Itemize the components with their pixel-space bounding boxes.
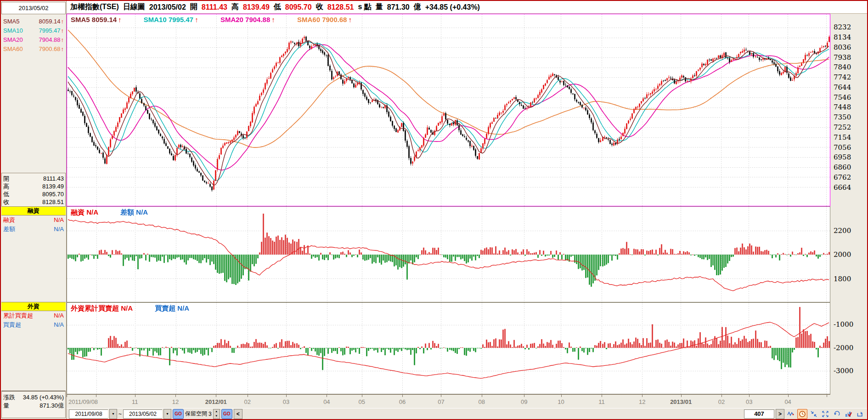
x-axis-label: 03 bbox=[746, 398, 752, 405]
x-axis-tick bbox=[642, 395, 643, 397]
x-axis-label: 12 bbox=[172, 398, 179, 405]
sidebar-sma60-row: SMA60 7900.68↑ bbox=[3, 45, 64, 53]
clock-icon[interactable] bbox=[797, 409, 807, 419]
y-axis-label: 7742 bbox=[834, 74, 851, 81]
undo-icon[interactable] bbox=[832, 409, 842, 419]
main-price-canvas[interactable] bbox=[67, 14, 830, 206]
left-sidebar: 2013/05/02 SMA5 8059.14↑ SMA10 7995.47↑ … bbox=[1, 1, 67, 419]
loop-icon[interactable] bbox=[855, 409, 865, 419]
sma20-value: 7904.88 bbox=[39, 36, 61, 43]
foreign-legend: 外資累計買賣超 N/A 買賣超 N/A bbox=[71, 304, 209, 313]
chart-mode-label: 日線圖 bbox=[123, 2, 145, 12]
margin-legend: 融資 N/A 差額 N/A bbox=[71, 208, 168, 217]
margin-diff-label: 差額 bbox=[3, 225, 15, 233]
x-axis-label: 02 bbox=[718, 398, 725, 405]
close-label: 收 bbox=[316, 2, 323, 12]
indicator-wave-icon[interactable] bbox=[786, 409, 796, 419]
bar-count-input[interactable] bbox=[744, 409, 774, 419]
y-axis-label: 6860 bbox=[834, 164, 851, 171]
foreign-section-header: 外資 bbox=[1, 302, 66, 311]
app-window: 加權指數(TSE) 日線圖 2013/05/02 開 8111.43 高 813… bbox=[0, 0, 868, 420]
y-axis-label: 7938 bbox=[834, 54, 851, 61]
change-value: 34.85 (+0.43%) bbox=[23, 393, 64, 402]
sidebar-open-row: 開 8111.43 bbox=[3, 175, 64, 183]
sidebar-date-display: 2013/05/02 bbox=[1, 2, 66, 14]
low-value: 8095.70 bbox=[285, 3, 312, 11]
sidebar-foreign-cum-row: 累計買賣超 N/A bbox=[3, 312, 64, 320]
up-arrow-icon: ↑ bbox=[61, 45, 64, 52]
x-axis-tick bbox=[135, 395, 135, 397]
x-axis-tick bbox=[561, 395, 562, 397]
x-axis-label: 04 bbox=[784, 398, 791, 405]
open-label: 開 bbox=[190, 2, 197, 12]
instrument-title: 加權指數(TSE) bbox=[70, 2, 119, 12]
sidebar-volume-row: 量 871.30億 bbox=[3, 402, 64, 410]
low-value: 8095.70 bbox=[42, 190, 64, 199]
volume-label: 量 bbox=[376, 2, 383, 12]
status-bar: 2011/09/08 ▼ ~ 2013/05/02 ▼ GO 保留空間 3 ▲▼… bbox=[67, 408, 867, 419]
reserve-space-stepper[interactable]: ▲▼ bbox=[213, 409, 220, 419]
up-arrow-icon: ↑ bbox=[61, 36, 64, 43]
x-axis-label: 03 bbox=[283, 398, 289, 405]
scroll-right-button[interactable]: > bbox=[776, 409, 784, 419]
to-date-select[interactable]: 2013/05/02 bbox=[123, 409, 162, 419]
margin-y-axis: 220020001800 bbox=[832, 206, 868, 302]
margin-canvas[interactable] bbox=[67, 207, 830, 302]
x-axis-tick bbox=[602, 395, 602, 397]
from-date-dropdown-icon[interactable]: ▼ bbox=[109, 409, 117, 419]
sidebar-margin-diff-row: 差額 N/A bbox=[3, 225, 64, 233]
tick-unit-label: s 點 bbox=[358, 2, 371, 12]
y-axis-label: 7546 bbox=[834, 94, 851, 101]
chart-check-icon[interactable] bbox=[843, 409, 853, 419]
go-button[interactable]: GO bbox=[221, 409, 232, 419]
x-axis-tick bbox=[96, 395, 96, 397]
foreign-net-value: N/A bbox=[54, 321, 64, 329]
y-axis-label: 7644 bbox=[834, 84, 851, 91]
y-axis-label: 2200 bbox=[834, 227, 851, 234]
reserve-space-label: 保留空間 bbox=[185, 410, 207, 418]
go-button[interactable]: GO bbox=[173, 409, 184, 419]
y-axis-label: -3000 bbox=[834, 367, 853, 375]
x-axis-label: 08 bbox=[479, 398, 485, 405]
compress-icon[interactable] bbox=[809, 409, 819, 419]
close-label: 收 bbox=[3, 198, 9, 206]
price-legend: SMA5 8059.14↑ SMA10 7995.47↑ SMA20 7904.… bbox=[71, 16, 372, 23]
x-axis: 2011/09/0811122012/010203040506070809101… bbox=[67, 394, 830, 409]
margin-section-header: 融資 bbox=[1, 206, 66, 216]
to-date-dropdown-icon[interactable]: ▼ bbox=[163, 409, 171, 419]
from-date-select[interactable]: 2011/09/08 bbox=[69, 409, 108, 419]
y-axis-label: 7056 bbox=[834, 144, 851, 151]
sma10-label: SMA10 bbox=[3, 27, 23, 35]
sidebar-foreign-net-row: 買賣超 N/A bbox=[3, 321, 64, 329]
sma5-value: 8059.14 bbox=[39, 18, 61, 25]
x-axis-tick bbox=[362, 395, 362, 397]
open-label: 開 bbox=[3, 175, 9, 183]
foreign-cum-label: 累計買賣超 bbox=[3, 312, 33, 320]
foreign-canvas[interactable] bbox=[67, 303, 830, 394]
volume-value: 871.30 bbox=[387, 3, 410, 11]
sidebar-margin-row: 融資 N/A bbox=[3, 216, 64, 224]
stepper-up-icon[interactable]: ▲ bbox=[214, 409, 220, 414]
scroll-left-button[interactable]: < bbox=[234, 409, 242, 419]
x-axis-tick bbox=[402, 395, 403, 397]
x-axis-tick bbox=[327, 395, 327, 397]
foreign-y-axis: -1000-2000-3000 bbox=[832, 302, 868, 394]
margin-value: N/A bbox=[54, 216, 64, 224]
y-axis-label: 8232 bbox=[834, 23, 851, 31]
x-axis-label: 04 bbox=[323, 398, 330, 405]
x-axis-tick bbox=[749, 395, 750, 397]
high-label: 高 bbox=[231, 2, 239, 12]
x-axis-label: 2012/01 bbox=[205, 398, 227, 405]
chart-header-bar: 加權指數(TSE) 日線圖 2013/05/02 開 8111.43 高 813… bbox=[67, 1, 867, 14]
high-value: 8139.49 bbox=[243, 3, 270, 11]
expand-icon[interactable] bbox=[820, 409, 830, 419]
change-value: +34.85 (+0.43%) bbox=[425, 3, 480, 11]
header-date: 2013/05/02 bbox=[149, 3, 186, 11]
sma60-value: 7900.68 bbox=[39, 45, 61, 52]
x-axis-label: 05 bbox=[358, 398, 365, 405]
sidebar-sma5-row: SMA5 8059.14↑ bbox=[3, 17, 64, 26]
stepper-down-icon[interactable]: ▼ bbox=[214, 414, 220, 419]
up-arrow-icon: ↑ bbox=[118, 16, 122, 23]
x-axis-label: 2013/01 bbox=[670, 398, 692, 405]
y-axis-label: 6664 bbox=[834, 184, 851, 191]
